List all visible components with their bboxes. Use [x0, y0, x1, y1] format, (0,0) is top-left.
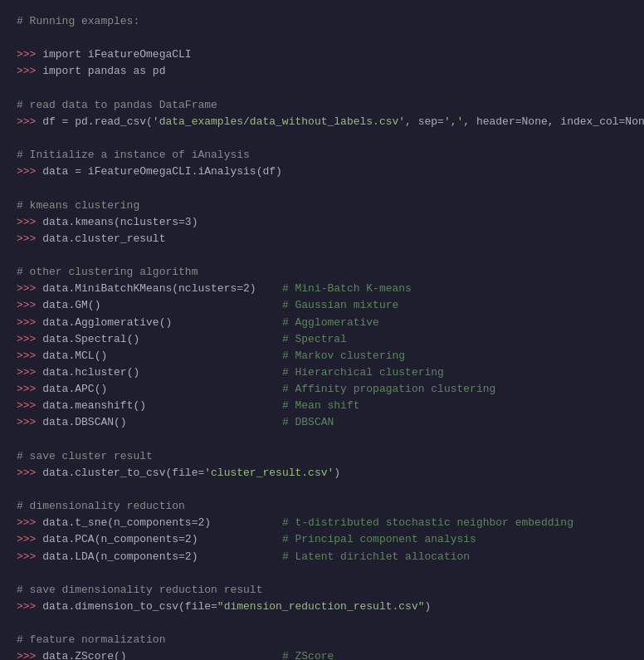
line-24: >>> data.t_sne(n_components=2) # t-distr… — [17, 515, 627, 531]
line-3: >>> import pandas as pd — [17, 63, 627, 80]
prompt: >>> — [17, 48, 42, 61]
prompt: >>> — [17, 299, 42, 311]
code-text: data.Spectral() # Spectral — [42, 333, 347, 345]
code-text: data.MCL() # Markov clustering — [42, 350, 405, 362]
line-19: >>> data.meanshift() # Mean shift — [17, 398, 627, 414]
blank-8 — [17, 565, 627, 582]
prompt: >>> — [17, 350, 42, 362]
prompt: >>> — [17, 467, 42, 479]
line-4: # read data to pandas DataFrame — [17, 97, 627, 114]
line-18: >>> data.APC() # Affinity propagation cl… — [17, 381, 627, 398]
line-9: >>> data.kmeans(nclusters=3) — [17, 214, 627, 231]
line-29: # feature normalization — [17, 632, 627, 648]
prompt: >>> — [17, 383, 42, 395]
line-28: >>> data.dimension_to_csv(file="dimensio… — [17, 599, 627, 615]
prompt: >>> — [17, 399, 42, 412]
line-20: >>> data.DBSCAN() # DBSCAN — [17, 414, 627, 431]
blank-4 — [17, 180, 627, 197]
blank-5 — [17, 247, 627, 264]
code-text: data = iFeatureOmegaCLI.iAnalysis(df) — [42, 165, 282, 178]
prompt: >>> — [17, 316, 42, 329]
prompt: >>> — [17, 216, 42, 228]
line-2: >>> import iFeatureOmegaCLI — [17, 46, 627, 63]
line-11: # other clustering algorithm — [17, 264, 627, 281]
line-7: >>> data = iFeatureOmegaCLI.iAnalysis(df… — [17, 164, 627, 180]
code-text: import pandas as pd — [42, 65, 165, 77]
line-30: >>> data.ZScore() # ZScore — [17, 648, 627, 660]
prompt: >>> — [17, 416, 42, 428]
code-text: data.ZScore() # ZScore — [42, 650, 334, 660]
blank-9 — [17, 615, 627, 632]
line-10: >>> data.cluster_result — [17, 231, 627, 247]
code-text: data.DBSCAN() # DBSCAN — [42, 416, 334, 428]
line-15: >>> data.Spectral() # Spectral — [17, 331, 627, 348]
code-container: # Running examples: >>> import iFeatureO… — [0, 0, 644, 660]
line-16: >>> data.MCL() # Markov clustering — [17, 348, 627, 364]
code-text: data.t_sne(n_components=2) # t-distribut… — [42, 516, 573, 529]
line-21: # save cluster result — [17, 448, 627, 465]
line-12: >>> data.MiniBatchKMeans(nclusters=2) # … — [17, 281, 627, 297]
line-23: # dimensionality reduction — [17, 498, 627, 515]
line-17: >>> data.hcluster() # Hierarchical clust… — [17, 364, 627, 381]
blank-3 — [17, 130, 627, 147]
code-text: import iFeatureOmegaCLI — [42, 48, 191, 61]
code-text: data.hcluster() # Hierarchical clusterin… — [42, 366, 444, 379]
line-13: >>> data.GM() # Gaussian mixture — [17, 297, 627, 314]
line-5: >>> df = pd.read_csv('data_examples/data… — [17, 114, 627, 130]
prompt: >>> — [17, 165, 42, 178]
prompt: >>> — [17, 650, 42, 660]
code-text: df = pd.read_csv('data_examples/data_wit… — [42, 115, 644, 128]
code-text: data.LDA(n_components=2) # Latent dirich… — [42, 550, 470, 563]
code-text: data.APC() # Affinity propagation cluste… — [42, 383, 495, 395]
code-text: data.Agglomerative() # Agglomerative — [42, 316, 379, 329]
blank-6 — [17, 432, 627, 448]
prompt: >>> — [17, 516, 42, 529]
prompt: >>> — [17, 65, 42, 77]
line-6: # Initialize a instance of iAnalysis — [17, 147, 627, 164]
code-text: data.cluster_to_csv(file='cluster_result… — [42, 467, 340, 479]
prompt: >>> — [17, 333, 42, 345]
code-text: data.dimension_to_csv(file="dimension_re… — [42, 600, 431, 613]
line-1: # Running examples: — [17, 13, 627, 30]
code-text: data.meanshift() # Mean shift — [42, 399, 359, 412]
code-text: data.PCA(n_components=2) # Principal com… — [42, 533, 476, 545]
prompt: >>> — [17, 600, 42, 613]
blank-2 — [17, 81, 627, 97]
line-22: >>> data.cluster_to_csv(file='cluster_re… — [17, 465, 627, 482]
code-text: data.cluster_result — [42, 232, 165, 245]
line-25: >>> data.PCA(n_components=2) # Principal… — [17, 531, 627, 548]
line-26: >>> data.LDA(n_components=2) # Latent di… — [17, 549, 627, 565]
prompt: >>> — [17, 533, 42, 545]
code-text: data.MiniBatchKMeans(nclusters=2) # Mini… — [42, 282, 412, 295]
prompt: >>> — [17, 366, 42, 379]
code-text: data.GM() # Gaussian mixture — [42, 299, 398, 311]
prompt: >>> — [17, 232, 42, 245]
line-14: >>> data.Agglomerative() # Agglomerative — [17, 315, 627, 331]
prompt: >>> — [17, 115, 42, 128]
blank-7 — [17, 482, 627, 498]
line-27: # save dimensionality reduction result — [17, 582, 627, 599]
code-text: data.kmeans(nclusters=3) — [42, 216, 198, 228]
blank-1 — [17, 30, 627, 46]
prompt: >>> — [17, 282, 42, 295]
line-8: # kmeans clustering — [17, 198, 627, 214]
prompt: >>> — [17, 550, 42, 563]
